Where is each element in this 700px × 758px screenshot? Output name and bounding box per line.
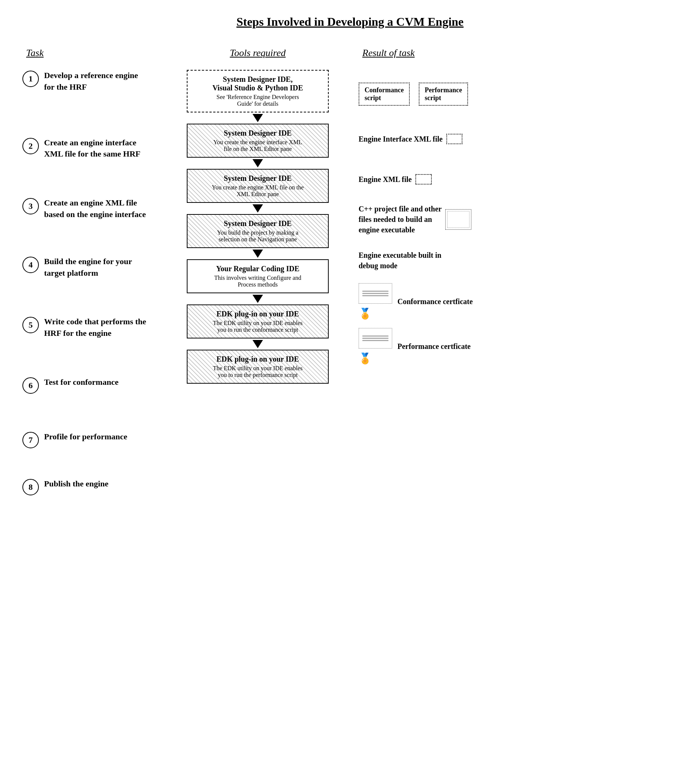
result-1a: Conformancescript [359,83,410,106]
result-slot-2: Engine Interface XML file [351,119,678,159]
result-1b: Performancescript [419,83,468,106]
result-2-content: Engine Interface XML file [359,134,678,144]
result-7-content: 🏅 Performance certficate [359,328,678,365]
tool-title-5: Your Regular Coding IDE [194,264,322,273]
page-title: Steps Involved in Developing a CVM Engin… [22,15,678,29]
arrow-6 [253,338,263,350]
task-number-7: 7 [22,432,39,448]
result-3-content: Engine XML file [359,174,678,184]
task-number-5: 5 [22,317,39,333]
task-label-4: Build the engine for yourtarget platform [44,256,132,279]
performance-cert-label: Performance certficate [397,341,471,352]
tool-subtitle-1: See 'Reference Engine DevelopersGuide' f… [194,94,322,107]
result-slot-3: Engine XML file [351,159,678,199]
result-slot-6: 🏅 Conformance certficate [351,281,678,322]
main-layout: 1 Develop a reference enginefor the HRF … [22,70,678,495]
conformance-script-box: Conformancescript [359,83,410,106]
tool-title-1: System Designer IDE,Visual Studio & Pyth… [194,75,322,92]
performance-cert-area: 🏅 [359,328,392,365]
cert-lines-2 [362,334,389,342]
performance-script-box: Performancescript [419,83,468,106]
task-number-3: 3 [22,198,39,214]
header-task: Task [22,47,164,59]
result-4-content: C++ project file and otherfiles needed t… [359,203,678,235]
tool-subtitle-2: You create the engine interface XMLfile … [194,139,322,152]
task-item-6: 6 Test for conformance [22,377,164,394]
tool-subtitle-3: You create the engine XML file on theXML… [194,184,322,198]
tool-box-3: System Designer IDE You create the engin… [187,169,329,203]
result-2-row: Engine Interface XML file [359,134,462,144]
arrow-3 [253,203,263,214]
tools-column: System Designer IDE,Visual Studio & Pyth… [179,70,336,384]
header-tools: Tools required [179,47,336,59]
tool-subtitle-6: The EDK utility on your IDE enablesyou t… [194,320,322,333]
result-slot-5: Engine executable built indebug mode [351,240,678,281]
cpp-project-label: C++ project file and otherfiles needed t… [359,203,442,235]
result-flow: Conformancescript Performancescript Engi… [351,70,678,370]
task-label-1: Develop a reference enginefor the HRF [44,70,138,93]
task-number-8: 8 [22,479,39,495]
conformance-cert-area: 🏅 [359,283,392,320]
conformance-cert-label: Conformance certficate [397,296,473,307]
tool-title-6: EDK plug-in on your IDE [194,310,322,318]
arrow-4 [253,248,263,259]
engine-exe-debug-label: Engine executable built indebug mode [359,250,678,271]
header-result: Result of task [351,47,678,59]
tool-title-4: System Designer IDE [194,219,322,228]
tool-box-6: EDK plug-in on your IDE The EDK utility … [187,305,329,338]
result-1-content: Conformancescript Performancescript [359,83,678,106]
task-label-5: Write code that performs theHRF for the … [44,316,146,339]
result-slot-7: 🏅 Performance certficate [351,322,678,370]
cert-lines-1 [362,289,389,297]
engine-interface-xml-label: Engine Interface XML file [359,134,443,144]
performance-cert-doc: 🏅 [359,328,392,365]
tool-subtitle-7: The EDK utility on your IDE enablesyou t… [194,365,322,378]
engine-interface-xml-box [446,134,463,144]
task-item-3: 3 Create an engine XML filebased on the … [22,197,164,220]
performance-cert-icon [359,328,392,349]
arrow-5 [253,293,263,305]
tool-title-7: EDK plug-in on your IDE [194,355,322,364]
task-number-1: 1 [22,70,39,87]
task-item-8: 8 Publish the engine [22,478,164,495]
task-item-5: 5 Write code that performs theHRF for th… [22,316,164,339]
task-number-4: 4 [22,257,39,273]
task-item-7: 7 Profile for performance [22,431,164,448]
conformance-cert-doc: 🏅 [359,283,392,320]
result-6-content: 🏅 Conformance certficate [359,283,678,320]
tool-title-2: System Designer IDE [194,129,322,138]
tool-box-4: System Designer IDE You build the projec… [187,214,329,248]
tool-title-3: System Designer IDE [194,174,322,183]
task-item-4: 4 Build the engine for yourtarget platfo… [22,256,164,279]
arrow-1 [253,113,263,123]
task-label-6: Test for conformance [44,377,119,388]
result-slot-4: C++ project file and otherfiles needed t… [351,199,678,240]
conformance-cert-seal: 🏅 [359,308,372,320]
task-number-6: 6 [22,377,39,394]
task-label-3: Create an engine XML filebased on the en… [44,197,146,220]
task-item-2: 2 Create an engine interfaceXML file for… [22,137,164,160]
tool-box-1: System Designer IDE,Visual Studio & Pyth… [187,70,329,113]
cpp-project-box [445,209,471,230]
task-label-2: Create an engine interfaceXML file for t… [44,137,141,160]
tool-box-2: System Designer IDE You create the engin… [187,123,329,158]
tools-flow: System Designer IDE,Visual Studio & Pyth… [179,70,336,384]
task-label-8: Publish the engine [44,478,108,490]
engine-xml-box [416,174,432,184]
performance-cert-seal: 🏅 [359,352,372,365]
task-item-1: 1 Develop a reference enginefor the HRF [22,70,164,93]
conformance-cert-icon [359,283,392,304]
tool-subtitle-5: This involves writing Configure andProce… [194,275,322,288]
task-column: 1 Develop a reference enginefor the HRF … [22,70,164,495]
engine-xml-label: Engine XML file [359,174,412,184]
arrow-2 [253,158,263,169]
result-slot-1: Conformancescript Performancescript [351,70,678,119]
tool-box-7: EDK plug-in on your IDE The EDK utility … [187,350,329,384]
task-label-7: Profile for performance [44,431,127,443]
tool-box-5: Your Regular Coding IDE This involves wr… [187,259,329,293]
tool-subtitle-4: You build the project by making aselecti… [194,230,322,243]
result-column: Conformancescript Performancescript Engi… [351,70,678,370]
task-number-2: 2 [22,138,39,154]
